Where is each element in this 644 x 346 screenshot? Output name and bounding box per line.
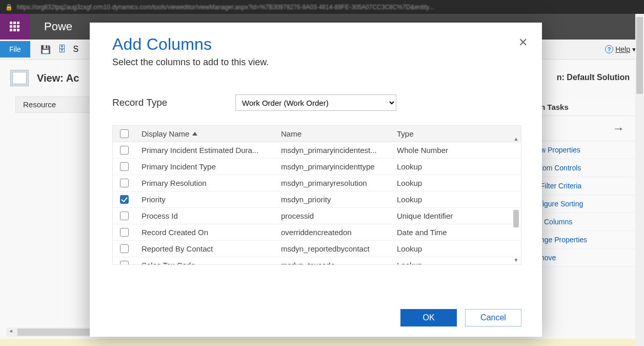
cell-display-name: Reported By Contact: [135, 244, 275, 253]
cell-type: Lookup: [391, 195, 498, 204]
link-columns[interactable]: l Columns: [534, 213, 637, 231]
ok-button[interactable]: OK: [400, 309, 457, 326]
row-checkbox[interactable]: [120, 228, 129, 237]
table-row[interactable]: Reported By Contactmsdyn_reportedbyconta…: [113, 241, 521, 257]
cell-name: msdyn_reportedbycontact: [275, 244, 391, 253]
cell-type: Whole Number: [391, 146, 498, 155]
table-row[interactable]: Sales Tax Codemsdyn_taxcodeLookup: [113, 257, 521, 264]
row-checkbox[interactable]: [120, 195, 129, 204]
header-display-name[interactable]: Display Name: [135, 129, 275, 138]
file-tab[interactable]: File: [0, 41, 30, 57]
link-configure-sorting[interactable]: figure Sorting: [534, 195, 637, 213]
cancel-button[interactable]: Cancel: [465, 309, 521, 326]
status-strip: [0, 339, 644, 346]
view-entity-icon: [10, 70, 29, 86]
close-icon[interactable]: ✕: [518, 36, 528, 49]
dialog-subtitle: Select the columns to add to this view.: [112, 57, 521, 68]
link-custom-controls[interactable]: tom Controls: [534, 159, 637, 177]
cell-name: msdyn_primaryresolution: [275, 179, 391, 187]
save-icon[interactable]: 💾: [41, 45, 51, 54]
waffle-icon: [10, 22, 20, 32]
ribbon-extra-label: S: [73, 45, 79, 54]
link-remove[interactable]: nove: [534, 249, 637, 267]
cell-display-name: Process Id: [135, 212, 275, 220]
row-checkbox[interactable]: [120, 244, 129, 253]
view-title: View: Ac: [37, 72, 79, 84]
header-display-name-label: Display Name: [142, 129, 189, 138]
row-checkbox[interactable]: [120, 261, 129, 264]
cell-name: msdyn_taxcode: [275, 261, 391, 264]
table-row[interactable]: Primary Incident Estimated Dura...msdyn_…: [113, 142, 521, 159]
page-vertical-scrollbar[interactable]: [635, 14, 644, 346]
cell-type: Lookup: [391, 162, 498, 171]
header-name[interactable]: Name: [275, 129, 391, 138]
common-tasks-panel: n Tasks → w Properties tom Controls Filt…: [534, 99, 637, 267]
help-icon: ?: [605, 45, 613, 53]
row-checkbox[interactable]: [120, 146, 129, 155]
cell-type: Lookup: [391, 244, 498, 253]
table-row[interactable]: Record Created OnoverriddencreatedonDate…: [113, 224, 521, 241]
cell-display-name: Primary Incident Estimated Dura...: [135, 146, 275, 155]
grid-scroll-thumb[interactable]: [513, 210, 519, 227]
row-checkbox[interactable]: [120, 212, 129, 220]
scroll-down-icon[interactable]: ▼: [512, 256, 520, 263]
cell-type: Lookup: [391, 179, 498, 187]
row-checkbox[interactable]: [120, 162, 129, 171]
sort-ascending-icon: [192, 132, 197, 136]
grid-header-row: Display Name Name Type: [113, 126, 521, 142]
page-scroll-thumb[interactable]: [636, 17, 643, 94]
cell-name: msdyn_priority: [275, 195, 391, 204]
table-row[interactable]: Process IdprocessidUnique Identifier: [113, 208, 521, 224]
select-all-checkbox[interactable]: [120, 129, 129, 138]
table-row[interactable]: Primary Resolutionmsdyn_primaryresolutio…: [113, 175, 521, 191]
cell-display-name: Primary Incident Type: [135, 162, 275, 171]
app-launcher-button[interactable]: [0, 14, 30, 40]
cell-name: msdyn_primaryincidentest...: [275, 146, 391, 155]
save-as-icon[interactable]: 🗄: [58, 45, 66, 54]
cell-display-name: Record Created On: [135, 228, 275, 237]
cell-display-name: Priority: [135, 195, 275, 204]
record-type-select[interactable]: Work Order (Work Order): [235, 94, 396, 111]
cell-name: overriddencreatedon: [275, 228, 391, 237]
help-menu[interactable]: ? Help ▾: [605, 45, 636, 53]
add-columns-dialog: ✕ Add Columns Select the columns to add …: [90, 23, 542, 337]
table-row[interactable]: Primary Incident Typemsdyn_primaryincide…: [113, 159, 521, 175]
row-checkbox[interactable]: [120, 179, 129, 187]
cell-type: Unique Identifier: [391, 212, 498, 220]
solution-label: n: Default Solution: [557, 73, 630, 82]
app-title: Powe: [44, 20, 72, 33]
cell-name: msdyn_primaryincidenttype: [275, 162, 391, 171]
record-type-label: Record Type: [112, 97, 235, 108]
cell-type: Lookup: [391, 261, 498, 264]
link-view-properties[interactable]: w Properties: [534, 141, 637, 159]
cell-type: Date and Time: [391, 228, 498, 237]
lock-icon: 🔒: [5, 4, 13, 11]
table-row[interactable]: Prioritymsdyn_priorityLookup: [113, 191, 521, 208]
cell-display-name: Sales Tax Code: [135, 261, 275, 264]
link-change-properties[interactable]: nge Properties: [534, 231, 637, 249]
cell-name: processid: [275, 212, 391, 220]
grid-vertical-scrollbar[interactable]: ▲ ▼: [512, 143, 520, 263]
url-text: https://org832tpq2aug3zxgf.crm10.dynamic…: [17, 4, 434, 11]
common-tasks-title: n Tasks: [534, 99, 637, 116]
columns-grid: Display Name Name Type Primary Incident …: [112, 125, 521, 265]
header-type[interactable]: Type: [391, 129, 498, 138]
cell-display-name: Primary Resolution: [135, 179, 275, 187]
scroll-left-icon[interactable]: ◄: [8, 328, 13, 334]
help-label: Help: [615, 45, 630, 53]
dialog-title: Add Columns: [112, 35, 521, 54]
arrow-right-icon[interactable]: →: [612, 121, 625, 136]
scroll-up-icon[interactable]: ▲: [512, 135, 520, 142]
browser-address-bar: 🔒 https://org832tpq2aug3zxgf.crm10.dynam…: [0, 0, 644, 14]
link-filter-criteria[interactable]: Filter Criteria: [534, 177, 637, 195]
